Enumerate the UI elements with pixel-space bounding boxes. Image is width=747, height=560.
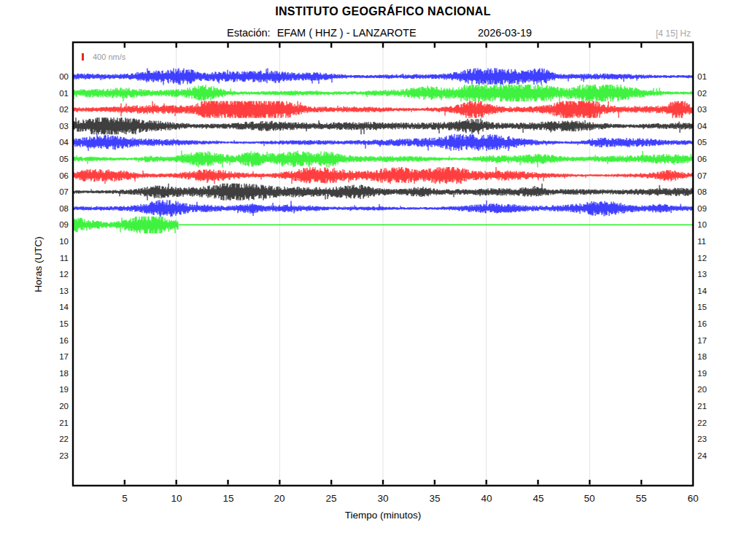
hour-label-right: 13 <box>697 269 719 279</box>
hour-label-right: 16 <box>697 319 719 329</box>
y-axis-title: Horas (UTC) <box>33 217 45 312</box>
hour-label-left: 06 <box>47 171 69 181</box>
hour-label-left: 21 <box>47 418 69 428</box>
hour-label-left: 09 <box>47 219 69 230</box>
hour-label-left: 16 <box>47 335 69 346</box>
hour-label-left: 17 <box>47 351 69 362</box>
hour-label-left: 18 <box>47 368 69 378</box>
hour-label-left: 01 <box>47 88 69 98</box>
hour-label-right: 17 <box>697 335 719 346</box>
x-tick-label: 10 <box>160 493 193 504</box>
hour-label-left: 22 <box>47 434 69 444</box>
x-tick-label: 55 <box>625 493 657 504</box>
hour-label-right: 21 <box>697 401 719 411</box>
hour-label-right: 11 <box>697 236 719 246</box>
hour-label-left: 13 <box>47 286 69 296</box>
hour-label-left: 00 <box>47 71 69 82</box>
hour-label-left: 04 <box>47 137 69 147</box>
hour-label-left: 11 <box>47 253 69 263</box>
hour-label-right: 20 <box>697 384 719 394</box>
station-label: Estación: <box>227 27 271 39</box>
x-tick-label: 5 <box>109 493 141 504</box>
hour-label-right: 06 <box>697 154 719 164</box>
x-tick-label: 45 <box>522 493 554 504</box>
hour-label-right: 04 <box>697 121 719 131</box>
hour-label-right: 03 <box>697 104 719 114</box>
hour-label-left: 23 <box>47 451 69 461</box>
hour-label-right: 07 <box>697 171 719 181</box>
station-value: EFAM ( HHZ ) - LANZAROTE <box>277 27 417 39</box>
x-tick-label: 20 <box>263 493 295 504</box>
hour-label-left: 03 <box>47 121 69 131</box>
hour-label-left: 14 <box>47 302 69 312</box>
hour-label-left: 12 <box>47 269 69 279</box>
hour-label-left: 07 <box>47 187 69 197</box>
hour-label-right: 09 <box>697 203 719 214</box>
hour-label-right: 19 <box>697 368 719 378</box>
hour-label-left: 08 <box>47 203 69 214</box>
scale-label: 400 nm/s <box>93 52 125 61</box>
hour-label-left: 05 <box>47 154 69 164</box>
helicorder-page: INSTITUTO GEOGRÁFICO NACIONAL Estación:E… <box>0 0 747 560</box>
x-tick-label: 25 <box>315 493 347 504</box>
hour-label-right: 10 <box>697 219 719 230</box>
hour-label-right: 24 <box>697 451 719 461</box>
filter-band-label: [4 15] Hz <box>625 28 691 39</box>
page-title: INSTITUTO GEOGRÁFICO NACIONAL <box>73 5 693 18</box>
hour-label-right: 23 <box>697 434 719 444</box>
seismogram-plot <box>71 41 694 487</box>
hour-label-right: 01 <box>697 71 719 82</box>
hour-label-left: 10 <box>47 236 69 246</box>
hour-label-left: 19 <box>47 384 69 394</box>
x-tick-label: 50 <box>573 493 605 504</box>
hour-label-left: 15 <box>47 319 69 329</box>
hour-label-right: 14 <box>697 286 719 296</box>
x-axis-title: Tiempo (minutos) <box>73 510 693 521</box>
hour-label-right: 18 <box>697 351 719 362</box>
x-tick-label: 40 <box>471 493 503 504</box>
x-tick-label: 15 <box>212 493 244 504</box>
hour-label-right: 02 <box>697 88 719 98</box>
hour-label-right: 08 <box>697 187 719 197</box>
scale-bar-icon <box>82 53 84 61</box>
date-label: 2026-03-19 <box>478 27 532 39</box>
x-tick-label: 35 <box>419 493 451 504</box>
x-tick-label: 60 <box>677 493 709 504</box>
x-tick-label: 30 <box>367 493 399 504</box>
hour-label-left: 02 <box>47 104 69 114</box>
hour-label-right: 15 <box>697 302 719 312</box>
hour-label-right: 22 <box>697 418 719 428</box>
hour-label-right: 05 <box>697 137 719 147</box>
station-subtitle: Estación:EFAM ( HHZ ) - LANZAROTE <box>227 27 417 39</box>
hour-label-right: 12 <box>697 253 719 263</box>
hour-label-left: 20 <box>47 401 69 411</box>
